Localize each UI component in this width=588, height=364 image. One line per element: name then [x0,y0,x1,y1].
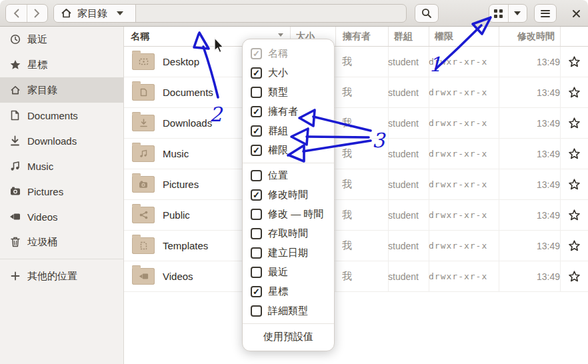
file-owner-cell: 我 [335,209,388,221]
back-button[interactable] [6,5,27,22]
checkbox-checked-icon[interactable] [251,67,262,79]
document-emblem-icon [140,88,147,97]
pathbar: 家目錄 [53,4,407,23]
back-icon [13,9,19,18]
checkbox-unchecked-icon[interactable] [251,87,262,98]
menu-item-column-toggle[interactable]: 修改時間 [243,185,334,205]
sidebar-item-其他的位置[interactable]: 其他的位置 [0,263,123,289]
star-toggle[interactable] [560,271,588,282]
sidebar-item-垃圾桶[interactable]: 垃圾桶 [0,229,123,255]
checkbox-unchecked-icon[interactable] [251,247,262,259]
checkbox-unchecked-icon[interactable] [251,267,262,278]
checkbox-unchecked-icon[interactable] [251,305,262,317]
checkbox-checked-icon[interactable] [251,286,262,297]
menu-item-label: 類型 [268,86,288,99]
file-group-cell: student [388,271,429,282]
menu-item-label: 建立日期 [268,247,308,259]
pathbar-empty-area[interactable] [136,5,406,22]
table-row[interactable]: Desktop我studentdrwxr-xr-x13:49 [124,47,588,77]
search-button[interactable] [415,4,439,23]
column-options-button[interactable] [278,33,283,37]
clock-icon [9,34,21,45]
file-group-cell: student [388,241,429,251]
file-name: Music [163,148,189,159]
table-row[interactable]: Videos我studentdrwxr-xr-x13:49 [124,261,588,292]
sidebar-item-documents[interactable]: Documents [0,103,123,128]
file-permissions-cell: drwxr-xr-x [429,57,499,67]
table-row[interactable]: Music我studentdrwxr-xr-x13:49 [124,139,588,169]
file-modified-cell: 13:49 [499,271,560,282]
view-options-button[interactable] [508,5,527,22]
sidebar-item-最近[interactable]: 最近 [0,27,123,52]
file-owner-cell: 我 [335,86,388,99]
table-row[interactable]: Documents我studentdrwxr-xr-x13:49 [124,77,588,108]
star-toggle[interactable] [560,179,588,190]
checkbox-checked-icon[interactable] [251,189,262,201]
sidebar-item-videos[interactable]: Videos [0,204,123,229]
sidebar-item-downloads[interactable]: Downloads [0,128,123,153]
checkbox-unchecked-icon[interactable] [251,228,262,239]
star-toggle[interactable] [560,209,588,221]
file-owner-cell: 我 [335,178,388,191]
checkbox-checked-icon [251,48,262,59]
checkbox-checked-icon[interactable] [251,125,262,137]
hamburger-menu-button[interactable] [534,4,557,23]
table-row[interactable]: Downloads我studentdrwxr-xr-x13:49 [124,108,588,139]
menu-item-column-toggle[interactable]: 權限 [243,141,334,160]
menu-item-label: 擁有者 [268,105,298,118]
column-header-permissions[interactable]: 權限 [429,27,499,46]
home-icon [61,8,72,19]
menu-item-column-toggle[interactable]: 存取時間 [243,224,334,243]
menu-item-column-toggle[interactable]: 擁有者 [243,102,334,121]
close-window-button[interactable] [567,5,585,21]
menu-item-column-toggle[interactable]: 建立日期 [243,243,334,263]
column-header-owner[interactable]: 擁有者 [335,27,388,46]
sidebar-item-label: Music [27,161,53,172]
menu-item-column-toggle[interactable]: 詳細類型 [243,301,334,321]
star-toggle[interactable] [560,117,588,129]
menu-item-column-toggle[interactable]: 大小 [243,63,334,83]
menu-item-column-toggle: 名稱 [243,44,334,63]
file-permissions-cell: drwxr-xr-x [429,149,499,159]
checkbox-checked-icon[interactable] [251,106,262,117]
checkbox-checked-icon[interactable] [251,145,262,156]
menu-item-column-toggle[interactable]: 星標 [243,282,334,301]
sidebar-item-家目錄[interactable]: 家目錄 [0,77,123,103]
file-modified-cell: 13:49 [499,210,560,221]
sidebar-item-pictures[interactable]: Pictures [0,179,123,204]
menu-item-column-toggle[interactable]: 類型 [243,83,334,102]
use-default-button[interactable]: 使用預設值 [243,327,334,347]
file-name: Downloads [163,117,212,129]
download-emblem-icon [139,119,148,127]
grid-view-button[interactable] [489,5,508,22]
pathbar-current-location[interactable]: 家目錄 [54,5,136,22]
table-row[interactable]: Pictures我studentdrwxr-xr-x13:49 [124,169,588,200]
forward-button[interactable] [27,5,47,22]
sidebar-item-music[interactable]: Music [0,153,123,179]
close-icon [572,9,581,18]
star-toggle[interactable] [560,240,588,251]
menu-item-column-toggle[interactable]: 最近 [243,263,334,282]
menu-item-column-toggle[interactable]: 群組 [243,121,334,141]
file-name: Templates [163,240,208,251]
column-header-group[interactable]: 群組 [388,27,429,46]
pathbar-location-label: 家目錄 [77,7,107,20]
pathbar-caret-icon[interactable] [117,11,123,15]
table-row[interactable]: Templates我studentdrwxr-xr-x13:49 [124,231,588,261]
file-group-cell: student [388,118,429,129]
star-toggle[interactable] [560,56,588,67]
menu-item-column-toggle[interactable]: 修改 — 時間 [243,205,334,224]
checkbox-unchecked-icon[interactable] [251,170,262,181]
plus-icon [9,271,21,282]
star-toggle[interactable] [560,148,588,159]
menu-item-column-toggle[interactable]: 位置 [243,166,334,185]
file-permissions-cell: drwxr-xr-x [429,179,499,189]
file-modified-cell: 13:49 [499,87,560,98]
sidebar-item-星標[interactable]: 星標 [0,52,123,77]
table-row[interactable]: Public我studentdrwxr-xr-x13:49 [124,200,588,231]
folder-icon [132,268,155,285]
star-toggle[interactable] [560,87,588,98]
file-modified-cell: 13:49 [499,57,560,67]
column-header-modified[interactable]: 修改時間 [499,27,560,46]
checkbox-unchecked-icon[interactable] [251,209,262,220]
